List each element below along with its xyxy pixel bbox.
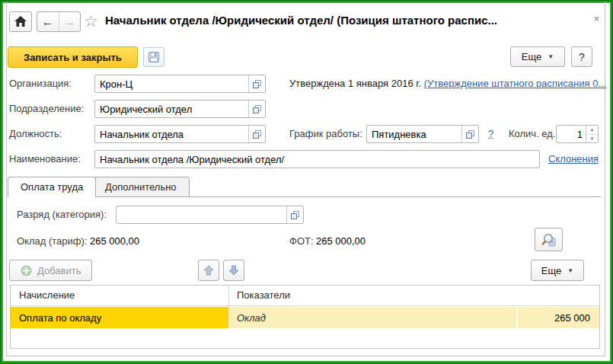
chevron-down-icon: ▼	[548, 53, 554, 60]
table-row[interactable]: Оплата по окладу Оклад 265 000	[11, 307, 599, 328]
help-button[interactable]: ?	[571, 46, 592, 67]
payroll-details-button[interactable]	[535, 228, 563, 251]
schedule-label: График работы:	[289, 128, 362, 139]
floppy-disk-icon	[148, 52, 159, 62]
accruals-table: Начисление Показатели Оплата по окладу О…	[10, 285, 600, 349]
arrow-down-icon	[228, 265, 239, 276]
add-row-button[interactable]: Добавить	[9, 260, 92, 281]
back-button[interactable]: ←	[37, 12, 59, 31]
more-button-toolbar[interactable]: Еще ▼	[510, 46, 565, 67]
cell-value[interactable]: 265 000	[518, 307, 599, 328]
fot-value: 265 000,00	[316, 235, 366, 247]
magnifier-document-icon	[541, 232, 557, 247]
arrow-up-icon	[203, 265, 214, 276]
tab-additional[interactable]: Дополнительно	[92, 177, 190, 197]
schedule-field-wrap	[366, 125, 479, 143]
column-divider	[228, 286, 229, 305]
position-label: Должность:	[9, 128, 62, 139]
forward-icon: →	[63, 15, 75, 29]
column-header-accrual[interactable]: Начисление	[19, 289, 75, 301]
more-grid-label: Еще	[541, 265, 561, 276]
save-button[interactable]	[143, 47, 164, 67]
naming-input[interactable]	[95, 151, 539, 168]
save-and-close-button[interactable]: Записать и закрыть	[8, 46, 138, 68]
approved-text: Утверждена 1 января 2016 г. (Утверждение…	[289, 78, 606, 89]
position-input[interactable]	[95, 126, 248, 142]
units-input[interactable]	[557, 126, 586, 142]
chevron-down-icon: ▼	[567, 267, 573, 274]
position-field-wrap	[94, 125, 266, 143]
position-choose-icon[interactable]	[248, 126, 265, 142]
department-field-wrap	[94, 100, 266, 118]
naming-label: Наименование:	[9, 153, 81, 164]
fot-label: ФОТ:	[289, 235, 314, 247]
declensions-link[interactable]: Склонения	[548, 153, 599, 164]
position-form-window: ← → ☆ Начальник отдела /Юридический отде…	[0, 0, 613, 364]
units-field-wrap: ▲ ▼	[556, 125, 599, 143]
organization-choose-icon[interactable]	[248, 75, 265, 92]
grade-label: Разряд (категория):	[17, 209, 107, 220]
grade-choose-icon[interactable]	[286, 206, 303, 223]
home-icon	[14, 16, 27, 27]
window-title: Начальник отдела /Юридический отдел/ (По…	[105, 14, 586, 27]
salary-label: Оклад (тариф):	[17, 235, 87, 247]
grade-field-wrap	[116, 206, 304, 224]
home-button[interactable]	[9, 11, 32, 32]
more-button-grid[interactable]: Еще ▼	[531, 260, 584, 281]
nav-history-group: ← →	[37, 11, 81, 32]
spinner-up-icon[interactable]: ▲	[586, 126, 598, 135]
close-icon[interactable]: ×	[593, 13, 599, 24]
add-plus-icon	[21, 265, 32, 276]
department-choose-icon[interactable]	[248, 101, 265, 117]
naming-field-wrap	[94, 150, 540, 168]
more-button-label: Еще	[522, 51, 541, 62]
forward-button[interactable]: →	[59, 12, 81, 31]
units-label: Колич. ед.:	[509, 128, 558, 139]
add-row-label: Добавить	[37, 265, 81, 276]
cell-indicator[interactable]: Оклад	[228, 307, 516, 328]
salary-value: 265 000,00	[90, 235, 139, 247]
schedule-help-link[interactable]: ?	[488, 128, 493, 139]
back-icon: ←	[42, 15, 54, 29]
favorite-star-icon[interactable]: ☆	[84, 12, 98, 30]
tab-pay[interactable]: Оплата труда	[8, 177, 96, 197]
cell-accrual-selected[interactable]: Оплата по окладу	[11, 307, 228, 328]
schedule-choose-icon[interactable]	[461, 126, 478, 142]
organization-input[interactable]	[95, 75, 248, 92]
department-label: Подразделение:	[9, 103, 84, 114]
schedule-input[interactable]	[367, 126, 461, 142]
department-input[interactable]	[95, 101, 248, 117]
approval-document-link[interactable]: (Утверждение штатного расписания 0...	[424, 78, 607, 89]
organization-field-wrap	[94, 75, 266, 93]
spinner-down-icon[interactable]: ▼	[586, 135, 598, 143]
move-row-down-button[interactable]	[223, 260, 244, 281]
column-header-indicators[interactable]: Показатели	[237, 289, 290, 301]
units-spinner: ▲ ▼	[586, 126, 598, 142]
move-row-up-button[interactable]	[198, 260, 219, 281]
table-header-row: Начисление Показатели	[11, 286, 599, 306]
organization-label: Организация:	[9, 78, 72, 89]
grade-input[interactable]	[117, 206, 286, 223]
